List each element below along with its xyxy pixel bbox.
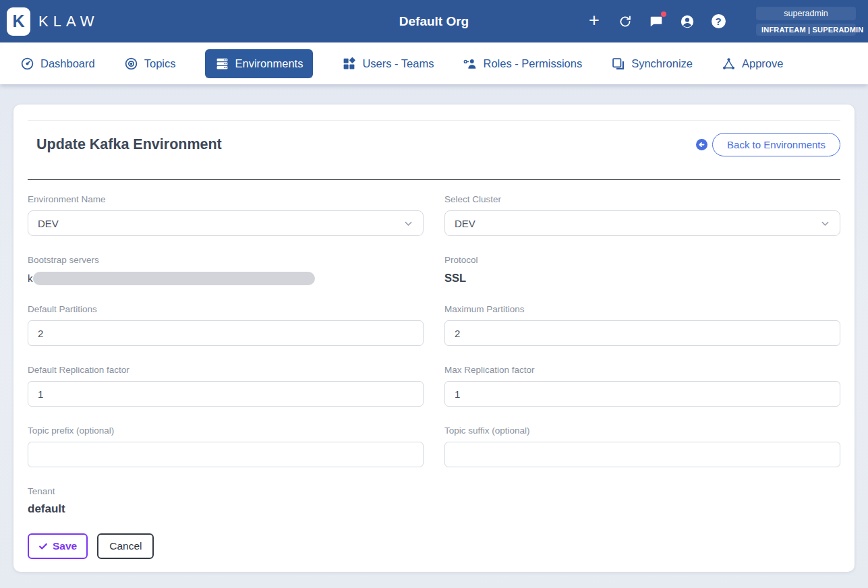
tab-users-teams[interactable]: Users - Teams: [342, 57, 434, 71]
server-stack-icon: [215, 57, 229, 71]
back-button-label: Back to Environments: [712, 133, 840, 156]
widgets-icon: [342, 57, 356, 71]
tab-dashboard[interactable]: Dashboard: [20, 57, 95, 71]
field-select-cluster: Select Cluster DEV: [444, 194, 840, 236]
tab-label: Topics: [144, 57, 176, 70]
max-replication-factor-input[interactable]: [444, 381, 840, 407]
tab-environments[interactable]: Environments: [205, 49, 314, 78]
default-replication-factor-label: Default Replication factor: [28, 365, 424, 375]
tab-label: Environments: [235, 57, 303, 70]
bootstrap-servers-label: Bootstrap servers: [28, 255, 424, 265]
field-topic-suffix: Topic suffix (optional): [444, 425, 840, 467]
select-cluster-select[interactable]: DEV: [444, 210, 840, 236]
bootstrap-servers-value: k: [28, 271, 424, 285]
tab-label: Approve: [742, 57, 783, 70]
environment-name-label: Environment Name: [28, 194, 424, 204]
account-icon[interactable]: [679, 13, 695, 30]
tenant-value: default: [28, 502, 424, 516]
network-nodes-icon: [722, 57, 736, 71]
environment-name-value: DEV: [38, 218, 59, 229]
cancel-button[interactable]: Cancel: [97, 533, 154, 559]
environment-name-select[interactable]: DEV: [28, 210, 424, 236]
redaction-overlay: [33, 272, 315, 285]
field-default-partitions: Default Partitions: [28, 304, 424, 346]
topic-suffix-label: Topic suffix (optional): [444, 425, 840, 436]
header-actions: + ? superadmin: [586, 7, 856, 36]
field-default-replication-factor: Default Replication factor: [28, 365, 424, 407]
copy-layers-icon: [611, 57, 625, 71]
tab-approve[interactable]: Approve: [722, 57, 783, 71]
environment-form: Environment Name DEV Select Cluster DEV: [28, 194, 840, 559]
user-info: superadmin INFRATEAM | SUPERADMIN: [756, 7, 856, 36]
app-header: K KLAW Default Org +: [0, 0, 868, 42]
brand-name: KLAW: [38, 13, 99, 30]
cancel-button-label: Cancel: [109, 539, 142, 553]
klaw-logo-icon: K: [7, 7, 30, 36]
tab-label: Users - Teams: [362, 57, 434, 70]
default-replication-factor-input[interactable]: [28, 381, 424, 407]
protocol-value: SSL: [444, 271, 840, 285]
default-partitions-input[interactable]: [28, 320, 424, 346]
page-body: Update Kafka Environment Back to Environ…: [0, 84, 868, 572]
field-topic-prefix: Topic prefix (optional): [28, 425, 424, 467]
field-bootstrap-servers: Bootstrap servers k: [28, 255, 424, 285]
topic-prefix-input[interactable]: [28, 442, 424, 467]
maximum-partitions-label: Maximum Partitions: [444, 304, 840, 314]
chevron-down-icon: [403, 218, 413, 229]
dashboard-gauge-icon: [20, 57, 34, 71]
topic-prefix-label: Topic prefix (optional): [28, 425, 424, 436]
chat-icon[interactable]: [648, 13, 664, 30]
field-tenant: Tenant default: [28, 486, 424, 516]
select-cluster-value: DEV: [455, 218, 475, 229]
back-to-environments-button[interactable]: Back to Environments: [696, 133, 840, 156]
check-icon: [38, 541, 48, 551]
username-badge: superadmin: [756, 7, 856, 20]
save-button[interactable]: Save: [28, 533, 88, 559]
team-role-badge: INFRATEAM | SUPERADMIN: [756, 24, 856, 36]
refresh-icon[interactable]: [617, 13, 633, 30]
title-row: Update Kafka Environment Back to Environ…: [28, 121, 840, 179]
form-actions: Save Cancel: [28, 533, 840, 559]
heading-divider: [28, 179, 840, 180]
bootstrap-servers-visible-text: k: [28, 272, 33, 284]
field-max-replication-factor: Max Replication factor: [444, 365, 840, 407]
logo-letter: K: [12, 11, 24, 31]
field-environment-name: Environment Name DEV: [28, 194, 424, 236]
save-button-label: Save: [53, 539, 77, 553]
chevron-down-icon: [820, 218, 830, 229]
field-protocol: Protocol SSL: [444, 255, 840, 285]
tab-label: Dashboard: [40, 57, 95, 70]
main-nav: Dashboard Topics Environments: [0, 42, 868, 84]
tab-roles-permissions[interactable]: Roles - Permissions: [463, 57, 582, 71]
add-icon[interactable]: +: [586, 13, 602, 30]
org-title: Default Org: [399, 14, 469, 29]
select-cluster-label: Select Cluster: [444, 194, 840, 204]
field-maximum-partitions: Maximum Partitions: [444, 304, 840, 346]
help-icon[interactable]: ?: [710, 13, 726, 30]
topic-suffix-input[interactable]: [444, 442, 840, 467]
target-icon: [124, 57, 138, 71]
tab-topics[interactable]: Topics: [124, 57, 176, 71]
update-environment-card: Update Kafka Environment Back to Environ…: [13, 105, 855, 572]
arrow-left-circle-icon: [696, 139, 707, 150]
notification-dot: [661, 11, 666, 17]
klaw-logo[interactable]: K KLAW: [7, 7, 99, 36]
max-replication-factor-label: Max Replication factor: [444, 365, 840, 375]
spacer: [444, 486, 840, 533]
default-partitions-label: Default Partitions: [28, 304, 424, 314]
tab-label: Roles - Permissions: [483, 57, 582, 70]
person-key-icon: [463, 57, 477, 71]
maximum-partitions-input[interactable]: [444, 320, 840, 346]
protocol-label: Protocol: [444, 255, 840, 265]
tab-label: Synchronize: [631, 57, 693, 70]
page-title: Update Kafka Environment: [36, 136, 222, 153]
tab-synchronize[interactable]: Synchronize: [611, 57, 693, 71]
tenant-label: Tenant: [28, 486, 424, 496]
